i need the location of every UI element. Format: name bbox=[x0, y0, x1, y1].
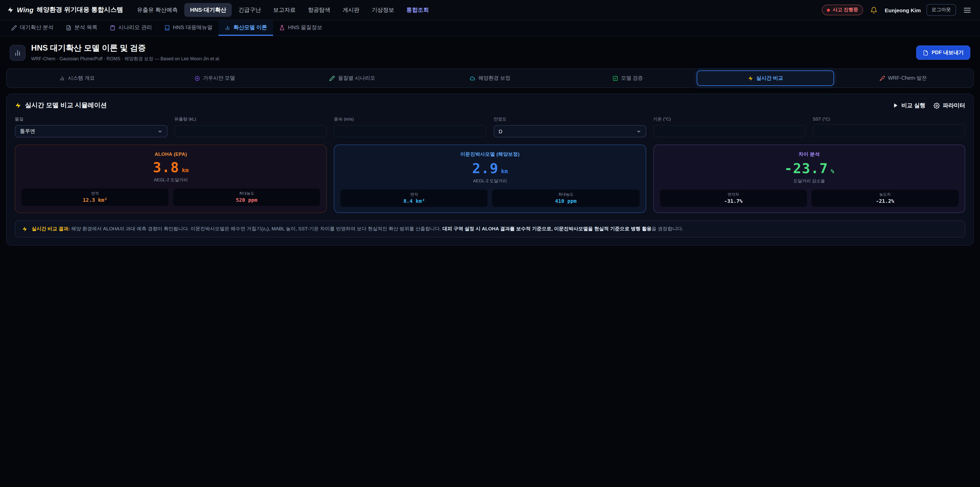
nav-item-integrated-search[interactable]: 통합조회 bbox=[401, 3, 434, 17]
metric-label: 면적차 bbox=[661, 192, 806, 197]
result-caption: AEGL-2 도달거리 bbox=[21, 177, 320, 184]
parameter-form: 물질 톨루엔 유출량 (kL) 풍속 (m/s) 안정도 D bbox=[15, 117, 965, 137]
tab-substance-scenarios[interactable]: 물질별 시나리오 bbox=[283, 70, 421, 86]
pdf-export-button[interactable]: PDF 내보내기 bbox=[916, 45, 970, 60]
run-comparison-button[interactable]: 비교 실행 bbox=[893, 102, 925, 109]
gear-icon bbox=[934, 102, 940, 109]
nav-item-reports[interactable]: 보고자료 bbox=[268, 3, 301, 17]
chevron-down-icon bbox=[158, 129, 162, 134]
document-icon bbox=[66, 25, 72, 30]
metric-label: 최대농도 bbox=[174, 191, 319, 196]
tab-label: 가우시안 모델 bbox=[203, 75, 235, 82]
air-temp-input[interactable] bbox=[653, 125, 805, 137]
result-card-aloha: ALOHA (EPA) 3.8 km AEGL-2 도달거리 면적 12.3 k… bbox=[15, 145, 327, 213]
metric-label: 면적 bbox=[22, 191, 167, 196]
pdf-export-label: PDF 내보내기 bbox=[932, 49, 964, 56]
page-title: HNS 대기확산 모델 이론 및 검증 bbox=[31, 43, 220, 54]
main-nav: 유출유 확산예측 HNS·대기확산 긴급구난 보고자료 항공탐색 게시판 기상정… bbox=[131, 3, 434, 17]
substance-label: 물질 bbox=[15, 117, 167, 123]
clipboard-icon bbox=[110, 25, 115, 30]
subnav-label: HNS 물질정보 bbox=[288, 24, 322, 31]
result-caption: 도달거리 감소율 bbox=[660, 178, 959, 184]
section-tab-bar: 시스템 개요 가우시안 모델 물질별 시나리오 해양환경 보정 모델 검증 실시… bbox=[6, 69, 974, 88]
stability-select-value: D bbox=[499, 128, 502, 134]
result-value-row: -23.7 % bbox=[660, 161, 959, 175]
tab-marine-correction[interactable]: 해양환경 보정 bbox=[421, 70, 558, 86]
wind-speed-input[interactable] bbox=[334, 125, 487, 137]
nav-item-aerial-search[interactable]: 항공탐색 bbox=[302, 3, 336, 17]
run-comparison-label: 비교 실행 bbox=[901, 102, 925, 109]
wind-speed-label: 풍속 (m/s) bbox=[334, 117, 487, 123]
subnav-item-model-theory[interactable]: 확산모델 이론 bbox=[219, 21, 273, 36]
subnav-item-hns-substance-info[interactable]: HNS 물질정보 bbox=[273, 21, 328, 36]
user-name: Eunjeong Kim bbox=[885, 7, 921, 13]
nav-item-weather[interactable]: 기상정보 bbox=[366, 3, 400, 17]
parameters-button[interactable]: 파라미터 bbox=[934, 102, 965, 109]
stability-select[interactable]: D bbox=[493, 125, 646, 137]
field-spill-amount: 유출량 (kL) bbox=[174, 117, 327, 137]
result-caption: AEGL-2 도달거리 bbox=[341, 178, 640, 184]
tab-label: 모델 검증 bbox=[621, 75, 643, 82]
incident-badge-label: 사고 진행중 bbox=[833, 6, 858, 13]
logout-button[interactable]: 로그아웃 bbox=[926, 4, 956, 16]
note-emphasis: 대피 구역 설정 시 ALOHA 결과를 보수적 기준으로, 이문진박사모델을 … bbox=[442, 226, 652, 232]
tab-system-overview[interactable]: 시스템 개요 bbox=[8, 70, 146, 86]
comparison-result-note: 실시간 비교 결과: 해양 환경에서 ALOHA의 과대 예측 경향이 확인됩니… bbox=[15, 220, 965, 238]
tab-gaussian-model[interactable]: 가우시안 모델 bbox=[146, 70, 283, 86]
subnav-label: 확산모델 이론 bbox=[234, 24, 267, 31]
lightning-icon bbox=[22, 226, 27, 232]
subnav-item-analysis-list[interactable]: 분석 목록 bbox=[60, 21, 103, 36]
target-circle-icon bbox=[194, 75, 200, 81]
nav-item-hns-atmos[interactable]: HNS·대기확산 bbox=[185, 3, 232, 17]
page-header: HNS 대기확산 모델 이론 및 검증 WRF-Chem · Gaussian … bbox=[0, 36, 980, 68]
chart-icon bbox=[225, 25, 231, 30]
brand[interactable]: Wing 해양환경 위기대응 통합시스템 bbox=[7, 6, 123, 14]
cloud-icon bbox=[469, 75, 475, 81]
result-value: 3.8 bbox=[153, 160, 180, 174]
result-card-lee-model: 이문진박사모델 (해양보정) 2.9 km AEGL-2 도달거리 면적 8.4… bbox=[334, 145, 646, 213]
panel-title: 실시간 모델 비교 시뮬레이션 bbox=[25, 101, 107, 110]
stability-label: 안정도 bbox=[493, 117, 646, 123]
subnav-item-atmos-analysis[interactable]: 대기확산 분석 bbox=[5, 21, 60, 36]
subnav-item-hns-manual[interactable]: HNS 대응매뉴얼 bbox=[158, 21, 219, 36]
metric-label: 면적 bbox=[342, 192, 487, 197]
metric-max-concentration: 최대농도 520 ppm bbox=[173, 188, 320, 206]
field-wind-speed: 풍속 (m/s) bbox=[334, 117, 487, 137]
result-metrics: 면적 8.4 km² 최대농도 410 ppm bbox=[341, 190, 640, 207]
chevron-down-icon bbox=[636, 129, 641, 134]
tab-realtime-comparison[interactable]: 실시간 비교 bbox=[697, 70, 834, 86]
metric-value: 520 ppm bbox=[174, 197, 319, 203]
spill-amount-input[interactable] bbox=[174, 125, 327, 137]
incident-status-badge[interactable]: 사고 진행중 bbox=[822, 5, 863, 15]
notifications-button[interactable] bbox=[869, 5, 879, 15]
result-value: -23.7 bbox=[784, 161, 829, 175]
sst-input[interactable] bbox=[813, 124, 965, 136]
tab-model-validation[interactable]: 모델 검증 bbox=[559, 70, 697, 86]
flask-icon bbox=[280, 25, 285, 30]
note-body: 해양 환경에서 ALOHA의 과대 예측 경향이 확인됩니다. 이문진박사모델은… bbox=[71, 226, 442, 232]
metric-area-diff: 면적차 -31.7% bbox=[660, 190, 807, 207]
substance-select[interactable]: 톨루엔 bbox=[15, 125, 167, 137]
lightning-icon bbox=[748, 75, 753, 81]
subnav-item-scenario-management[interactable]: 시나리오 관리 bbox=[103, 21, 158, 36]
nav-item-rescue[interactable]: 긴급구난 bbox=[233, 3, 267, 17]
nav-item-board[interactable]: 게시판 bbox=[337, 3, 365, 17]
result-value: 2.9 bbox=[472, 161, 499, 175]
hamburger-menu-button[interactable] bbox=[962, 4, 973, 16]
page-icon-box bbox=[10, 45, 25, 61]
panel-title-row: 실시간 모델 비교 시뮬레이션 bbox=[15, 101, 107, 110]
note-text: 실시간 비교 결과: 해양 환경에서 ALOHA의 과대 예측 경향이 확인됩니… bbox=[32, 225, 683, 233]
sst-label: SST (°C) bbox=[813, 117, 965, 121]
note-title: 실시간 비교 결과: bbox=[32, 226, 70, 232]
spill-amount-label: 유출량 (kL) bbox=[174, 117, 327, 123]
subnav-label: 시나리오 관리 bbox=[118, 24, 152, 31]
field-air-temp: 기온 (°C) bbox=[653, 117, 805, 137]
metric-value: 8.4 km² bbox=[342, 198, 487, 204]
metric-concentration-diff: 농도차 -21.2% bbox=[811, 190, 959, 207]
bar-chart-icon bbox=[59, 75, 65, 81]
logo-icon bbox=[7, 6, 14, 13]
tab-wrf-chem[interactable]: WRF-Chem·발전 bbox=[834, 70, 972, 86]
nav-item-oil-spill[interactable]: 유출유 확산예측 bbox=[131, 3, 183, 17]
result-unit: km bbox=[182, 167, 189, 174]
result-metrics: 면적 12.3 km² 최대농도 520 ppm bbox=[21, 188, 320, 206]
